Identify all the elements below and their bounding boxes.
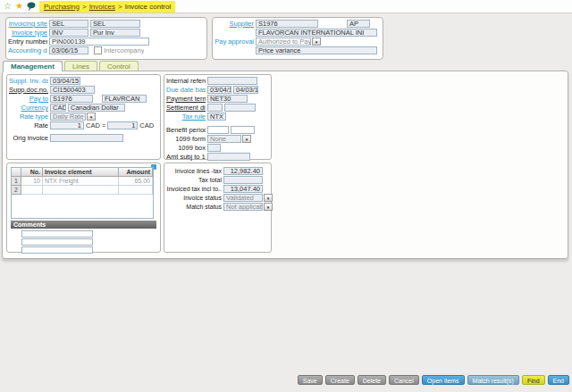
settlement-discount-label[interactable]: Settlement disco... bbox=[166, 104, 206, 112]
pay-approval-label[interactable]: Pay approval bbox=[214, 38, 254, 46]
save-button[interactable]: Save bbox=[298, 375, 323, 385]
invoice-status-label: Invoice status bbox=[166, 195, 222, 201]
orig-invoice-field[interactable] bbox=[50, 134, 123, 142]
table-header-row: No. Invoice element Amount bbox=[12, 168, 153, 177]
currency-name-field[interactable]: Canadian Dollar bbox=[68, 104, 125, 112]
breadcrumb-link-purchasing[interactable]: Purchasing bbox=[44, 3, 80, 11]
supplier-name-field[interactable]: FLAVORCAN INTERNATIONAL INI bbox=[256, 29, 377, 37]
end-button[interactable]: End bbox=[548, 375, 569, 385]
table-header-element[interactable]: Invoice element bbox=[43, 168, 119, 177]
supp-doc-no-field[interactable]: CI1500403 bbox=[50, 86, 95, 94]
breadcrumb-separator: > bbox=[82, 3, 87, 11]
invoice-type-name-field[interactable]: Pur Inv bbox=[90, 29, 140, 37]
row-number-cell[interactable]: 2 bbox=[12, 186, 21, 195]
amount-cell[interactable]: 65.00 bbox=[119, 177, 153, 186]
due-date-field[interactable]: 04/03/15 bbox=[233, 86, 258, 94]
box-1099-field[interactable] bbox=[207, 144, 221, 152]
invoicing-site-label[interactable]: Invoicing site bbox=[8, 20, 47, 28]
management-tab-content: Suppl. Inv. date 03/04/15 Supp.doc.no. C… bbox=[2, 71, 568, 259]
rate-type-label[interactable]: Rate type bbox=[9, 113, 48, 121]
favorite-outline-star-icon[interactable]: ☆ bbox=[4, 2, 12, 11]
header-left-panel: Invoicing site SEL SEL Invoice type INV … bbox=[5, 17, 207, 60]
invoicing-site-code-field[interactable]: SEL bbox=[49, 20, 88, 28]
comment-input-2[interactable] bbox=[21, 238, 93, 246]
internal-reference-field[interactable] bbox=[207, 77, 257, 85]
match-status-label: Match status bbox=[166, 204, 222, 210]
supplier-label[interactable]: Supplier bbox=[214, 20, 254, 28]
delete-button[interactable]: Delete bbox=[358, 375, 386, 385]
suppl-inv-date-label[interactable]: Suppl. Inv. date bbox=[9, 77, 48, 85]
amt-subj-1099-field[interactable] bbox=[207, 153, 250, 161]
pin-icon[interactable] bbox=[27, 2, 36, 12]
invoice-status-dropdown-icon[interactable]: ▾ bbox=[264, 194, 273, 202]
payment-terms-field[interactable]: NET30 bbox=[207, 95, 248, 103]
entry-number-field[interactable]: PIN000139 bbox=[49, 38, 149, 46]
pay-to-code-field[interactable]: S1976 bbox=[50, 95, 93, 103]
pay-to-label[interactable]: Pay to bbox=[9, 95, 48, 103]
row-number-cell[interactable]: 1 bbox=[12, 177, 21, 186]
currency-code-field[interactable]: CAD bbox=[50, 104, 66, 112]
invoiced-tax-incl-field[interactable]: 13,047.40 bbox=[223, 185, 263, 193]
due-date-basis-field[interactable]: 03/04/15 bbox=[207, 86, 231, 94]
tax-rule-field[interactable]: NTX bbox=[207, 113, 226, 121]
price-variance-field[interactable]: Price variance bbox=[256, 46, 377, 54]
invoice-type-label[interactable]: Invoice type bbox=[8, 29, 47, 37]
open-items-button[interactable]: Open items bbox=[422, 375, 465, 385]
pay-to-name-field[interactable]: FLAVRCAN bbox=[102, 95, 147, 103]
header-right-panel: Supplier S1976 AP FLAVORCAN INTERNATIONA… bbox=[212, 17, 383, 60]
invoice-type-code-field[interactable]: INV bbox=[49, 29, 88, 37]
payment-detail-group: Internal reference Due date basis 03/04/… bbox=[164, 74, 272, 160]
tax-total-field[interactable] bbox=[223, 176, 263, 184]
match-results-button[interactable]: Match result(s) bbox=[467, 375, 519, 385]
settlement-discount-field2[interactable] bbox=[224, 104, 256, 112]
tab-management[interactable]: Management bbox=[3, 61, 63, 71]
favorite-star-icon[interactable]: ★ bbox=[15, 2, 23, 11]
accounting-date-label[interactable]: Accounting date bbox=[8, 46, 47, 54]
tax-rule-label[interactable]: Tax rule bbox=[166, 113, 206, 121]
invoicing-site-name-field[interactable]: SEL bbox=[90, 20, 140, 28]
invoice-lines-tax-field[interactable]: 12,982.40 bbox=[223, 167, 263, 175]
table-corner-cell[interactable] bbox=[12, 168, 21, 177]
comment-input-3[interactable] bbox=[21, 246, 93, 254]
table-header-amount[interactable]: Amount bbox=[119, 168, 153, 177]
breadcrumb-separator: > bbox=[118, 3, 122, 11]
table-header-no[interactable]: No. bbox=[21, 168, 43, 177]
match-status-dropdown-icon[interactable]: ▾ bbox=[264, 203, 273, 211]
rate-value-field[interactable]: 1 bbox=[50, 121, 84, 129]
due-date-basis-label[interactable]: Due date basis bbox=[166, 86, 206, 94]
suppl-inv-date-field[interactable]: 03/04/15 bbox=[50, 77, 80, 85]
pay-approval-select[interactable]: Authorized to Pay bbox=[256, 38, 311, 46]
supplier-code-field[interactable]: S1976 bbox=[256, 20, 318, 28]
rate-type-dropdown-icon[interactable]: ▾ bbox=[87, 113, 96, 121]
accounting-date-field[interactable]: 03/06/15 bbox=[49, 46, 88, 54]
supplier-ap-field[interactable]: AP bbox=[347, 20, 370, 28]
find-button[interactable]: Find bbox=[522, 375, 545, 385]
invoice-elements-group: No. Invoice element Amount 1 10 NTX Frei… bbox=[6, 163, 161, 253]
supp-doc-no-label[interactable]: Supp.doc.no. bbox=[9, 86, 48, 94]
element-cell[interactable]: NTX Freight bbox=[43, 177, 119, 186]
cancel-button[interactable]: Cancel bbox=[389, 375, 419, 385]
payment-terms-label[interactable]: Payment terms bbox=[166, 95, 206, 103]
form-1099-select[interactable]: None bbox=[207, 135, 241, 143]
rate-value2-field[interactable]: 1 bbox=[107, 121, 138, 129]
settlement-discount-field1[interactable] bbox=[207, 104, 223, 112]
match-status-select[interactable]: Not applicable bbox=[223, 203, 263, 211]
amount-cell[interactable] bbox=[119, 186, 153, 195]
benefit-period-field2[interactable] bbox=[231, 126, 255, 134]
orig-invoice-label: Orig invoice bbox=[9, 134, 48, 142]
no-cell[interactable] bbox=[21, 186, 43, 195]
invoiced-tax-incl-label: Invoiced tax incl to.. bbox=[166, 186, 222, 192]
invoice-elements-table: No. Invoice element Amount 1 10 NTX Frei… bbox=[11, 167, 154, 219]
benefit-period-field1[interactable] bbox=[207, 126, 229, 134]
rate-type-select[interactable]: Daily Rate bbox=[50, 113, 86, 121]
no-cell[interactable]: 10 bbox=[21, 177, 43, 186]
breadcrumb-link-invoices[interactable]: Invoices bbox=[89, 3, 115, 11]
create-button[interactable]: Create bbox=[325, 375, 355, 385]
element-cell[interactable] bbox=[43, 186, 119, 195]
invoice-status-select[interactable]: Validated bbox=[223, 194, 263, 202]
comment-input-1[interactable] bbox=[21, 230, 93, 238]
currency-label[interactable]: Currency bbox=[9, 104, 48, 112]
pay-approval-dropdown-icon[interactable]: ▾ bbox=[312, 38, 321, 46]
intercompany-checkbox[interactable] bbox=[94, 46, 102, 54]
form-1099-dropdown-icon[interactable]: ▾ bbox=[242, 135, 251, 143]
